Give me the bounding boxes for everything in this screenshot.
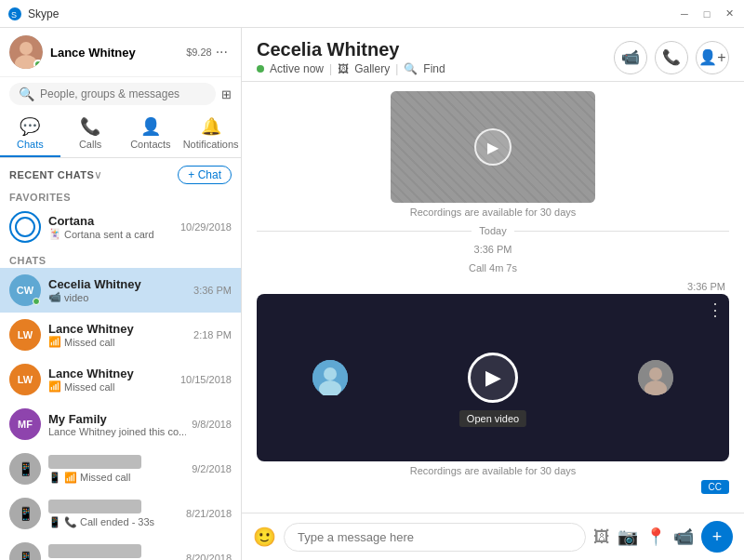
list-item[interactable]: LW Lance Whitney 📶 Missed call 2:18 PM xyxy=(0,313,241,357)
missed-call-icon: 📶 xyxy=(48,380,61,393)
calls-icon: 📞 xyxy=(80,116,100,137)
chat-preview: 📹 video xyxy=(48,291,188,303)
tab-chats[interactable]: 💬 Chats xyxy=(0,111,60,157)
media-button[interactable]: 📷 xyxy=(618,527,638,547)
chat-preview: 📱 📞 Call ended - 33s xyxy=(48,516,180,528)
video-time-label: 3:36 PM xyxy=(257,281,725,292)
card-icon: 🃏 xyxy=(48,228,61,240)
minimize-button[interactable]: ─ xyxy=(677,7,692,21)
divider-line xyxy=(257,231,472,232)
avatar-initials: LW xyxy=(18,374,33,385)
list-item[interactable]: LW Lance Whitney 📶 Missed call 10/15/201… xyxy=(0,357,241,402)
transcript-button[interactable]: CC xyxy=(701,480,729,494)
avatar: CW xyxy=(9,274,41,306)
tab-notifications[interactable]: 🔔 Notifications xyxy=(180,111,241,157)
avatar: 📱 xyxy=(9,542,41,560)
search-box: 🔍 xyxy=(9,83,216,105)
list-item[interactable]: Cortana 🃏 Cortana sent a card 10/29/2018 xyxy=(0,205,241,249)
recent-chats-chevron[interactable]: ∨ xyxy=(94,168,102,181)
list-item[interactable]: 📱 ██████████ 📱 📶 Missed call 9/2/2018 xyxy=(0,447,241,491)
chat-info: My Family Lance Whitney joined this co..… xyxy=(48,412,186,437)
chat-header-name: Cecelia Whitney xyxy=(257,39,614,60)
location-button[interactable]: 📍 xyxy=(645,527,666,547)
app-icon: S xyxy=(7,7,22,21)
svg-point-6 xyxy=(324,367,337,380)
recent-chats-label: RECENT CHATS xyxy=(9,169,94,180)
phone-icon: 📞 xyxy=(662,48,681,66)
audio-call-button[interactable]: 📞 xyxy=(655,41,688,74)
separator: | xyxy=(329,62,332,75)
avatar: 📱 xyxy=(9,498,41,529)
video-block-wrapper: ➡ ⋮ ▶ Open video xyxy=(257,294,729,461)
call-duration: Call 4m 7s xyxy=(257,262,729,273)
tab-calls-label: Calls xyxy=(79,139,101,150)
tab-calls[interactable]: 📞 Calls xyxy=(60,111,121,157)
chat-time: 2:18 PM xyxy=(193,329,232,340)
tab-notifications-label: Notifications xyxy=(183,139,239,150)
video-message-button[interactable]: 📹 xyxy=(673,527,694,547)
chat-list: CW Cecelia Whitney 📹 video 3:36 PM LW xyxy=(0,268,241,560)
recording-note-bottom: Recordings are available for 30 days xyxy=(257,465,729,476)
image-button[interactable]: 🖼 xyxy=(593,527,610,547)
send-button[interactable]: + xyxy=(701,521,733,553)
grid-icon[interactable]: ⊞ xyxy=(221,87,232,101)
favorites-label: FAVORITES xyxy=(0,188,241,205)
chat-name: Lance Whitney xyxy=(48,367,175,380)
chat-time: 10/15/2018 xyxy=(180,374,232,385)
messages-area: ▶ Recordings are available for 30 days T… xyxy=(242,82,744,513)
chat-preview: 📶 Missed call xyxy=(48,336,188,348)
message-input-bar: 🙂 🖼 📷 📍 📹 + xyxy=(242,513,744,560)
tab-contacts[interactable]: 👤 Contacts xyxy=(121,111,181,157)
list-item[interactable]: MF My Family Lance Whitney joined this c… xyxy=(0,402,241,447)
video-icon: 📹 xyxy=(621,48,640,66)
tab-chats-label: Chats xyxy=(17,139,44,150)
video-thumbnail[interactable]: ▶ xyxy=(391,91,595,203)
chat-info: Cecelia Whitney 📹 video xyxy=(48,277,188,303)
play-button[interactable]: ▶ xyxy=(474,128,512,166)
more-options-button[interactable]: ··· xyxy=(212,40,232,64)
chat-name: ██████████ xyxy=(48,500,141,513)
chat-info: Lance Whitney 📶 Missed call xyxy=(48,322,188,348)
chat-header: Cecelia Whitney Active now | 🖼 Gallery |… xyxy=(242,28,744,82)
svg-text:S: S xyxy=(11,10,17,20)
chat-name: ██████████ xyxy=(48,544,141,558)
avatar: LW xyxy=(9,319,41,351)
close-button[interactable]: ✕ xyxy=(722,7,737,21)
main-content: Cecelia Whitney Active now | 🖼 Gallery |… xyxy=(242,28,744,560)
online-dot xyxy=(33,60,43,69)
maximize-button[interactable]: □ xyxy=(699,7,714,21)
list-item[interactable]: 📱 ██████████ 9 8/20/2018 xyxy=(0,536,241,560)
search-input[interactable] xyxy=(40,87,206,100)
online-indicator xyxy=(33,298,40,305)
call-message: 3:36 PM xyxy=(257,244,729,255)
gallery-icon: 🖼 xyxy=(338,62,349,75)
add-contact-button[interactable]: 👤+ xyxy=(696,41,729,74)
new-chat-button[interactable]: + Chat xyxy=(178,166,232,184)
missed-call-icon: 📶 xyxy=(48,336,61,348)
search-icon: 🔍 xyxy=(19,87,34,101)
video-play-button[interactable]: ▶ xyxy=(468,353,518,403)
profile-credit: $9.28 xyxy=(186,47,212,58)
list-item[interactable]: CW Cecelia Whitney 📹 video 3:36 PM xyxy=(0,268,241,313)
video-left-avatar xyxy=(312,360,348,395)
chat-name: My Family xyxy=(48,412,186,426)
status-dot xyxy=(257,65,264,73)
add-user-icon: 👤+ xyxy=(698,48,725,66)
chat-name: Cecelia Whitney xyxy=(48,277,188,291)
message-input[interactable] xyxy=(284,523,586,552)
top-video-container: ▶ xyxy=(257,91,729,203)
titlebar: S Skype ─ □ ✕ xyxy=(0,0,744,28)
list-item[interactable]: 📱 ██████████ 📱 📞 Call ended - 33s 8/21/2… xyxy=(0,491,241,536)
chats-label: CHATS xyxy=(0,249,241,268)
avatar: 📱 xyxy=(9,453,41,485)
video-call-button[interactable]: 📹 xyxy=(614,41,647,74)
divider-label: Today xyxy=(479,225,506,236)
emoji-button[interactable]: 🙂 xyxy=(253,526,276,548)
more-options-icon[interactable]: ⋮ xyxy=(707,300,724,320)
recording-note-top: Recordings are available for 30 days xyxy=(257,207,729,218)
chat-header-info: Cecelia Whitney Active now | 🖼 Gallery |… xyxy=(257,39,614,75)
chat-info: ██████████ 9 xyxy=(48,544,180,560)
recent-chats-header: RECENT CHATS ∨ + Chat xyxy=(0,158,241,188)
svg-point-3 xyxy=(20,42,33,55)
status-text: Active now xyxy=(270,62,324,75)
